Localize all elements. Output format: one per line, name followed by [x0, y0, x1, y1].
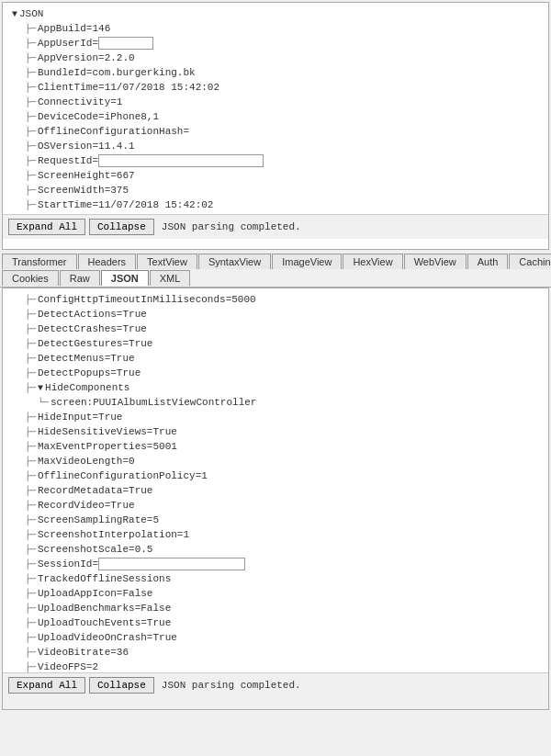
tree-connector: ├─	[25, 156, 36, 166]
tree-connector: ├─	[25, 24, 36, 34]
tree-connector: ├─	[25, 501, 36, 511]
list-item: ├─UploadTouchEvents=True	[8, 615, 543, 630]
tree-connector: ├─	[25, 324, 36, 334]
tree-key: ScreenHeight=667	[38, 170, 135, 181]
tree-key: HideComponents	[45, 382, 129, 393]
tab-json[interactable]: JSON	[101, 270, 149, 286]
list-item: ├─DetectGestures=True	[8, 336, 543, 351]
tab-auth[interactable]: Auth	[467, 254, 509, 269]
tree-connector: ├─	[25, 457, 36, 467]
tree-connector: ├─	[25, 339, 36, 349]
list-item: ├─UploadVideoOnCrash=True	[8, 630, 543, 645]
list-item: ├─AppVersion=2.2.0	[8, 51, 543, 65]
list-item: ├─RecordVideo=True	[8, 498, 543, 513]
tree-key: OfflineConfigurationPolicy=1	[38, 470, 208, 481]
list-item: └─screen:PUUIAlbumListViewController	[8, 395, 543, 410]
tab-imageview[interactable]: ImageView	[272, 254, 342, 269]
tree-connector: ├─	[25, 186, 36, 196]
tree-key: BundleId=com.burgerking.bk	[38, 67, 196, 78]
tab-cookies[interactable]: Cookies	[2, 270, 59, 286]
tree-key: UploadAppIcon=False	[38, 588, 152, 599]
tree-key: TrackedOfflineSessions	[38, 573, 171, 584]
list-item: ├─DeviceCode=iPhone8,1	[8, 109, 543, 124]
tree-connector: └─	[38, 398, 49, 408]
tree-key: ScreenSamplingRate=5	[38, 514, 159, 525]
top-collapse-button[interactable]: Collapse	[89, 219, 154, 235]
tab-webview[interactable]: WebView	[404, 254, 467, 269]
tree-connector: ├─	[25, 97, 36, 107]
top-tree-items: ├─AppBuild=146├─AppUserId=├─AppVersion=2…	[8, 21, 543, 214]
tree-connector: ├─	[25, 515, 36, 525]
tree-connector: ├─	[25, 412, 36, 423]
list-item: ├─HideInput=True	[8, 410, 543, 424]
tree-connector: ├─	[25, 559, 36, 570]
tree-connector: ├─	[25, 662, 36, 672]
inline-input-field[interactable]	[98, 154, 264, 167]
list-item: ├─ScreenSamplingRate=5	[8, 513, 543, 527]
inline-input-field[interactable]	[98, 558, 245, 570]
bottom-panel-toolbar: Expand All Collapse JSON parsing complet…	[3, 672, 548, 697]
tab-raw[interactable]: Raw	[60, 270, 100, 286]
list-item: ├─AppUserId=	[8, 36, 543, 51]
list-item: ├─DetectMenus=True	[8, 351, 543, 366]
tab-transformer[interactable]: Transformer	[2, 254, 77, 269]
tree-connector: ├─	[25, 618, 36, 628]
tab-syntaxview[interactable]: SyntaxView	[198, 254, 271, 269]
list-item: ├─UploadAppIcon=False	[8, 586, 543, 601]
top-expand-all-button[interactable]: Expand All	[8, 219, 85, 235]
tab-row-1: TransformerHeadersTextViewSyntaxViewImag…	[2, 254, 549, 269]
list-item: ├─DetectPopups=True	[8, 366, 543, 380]
root-label: JSON	[19, 8, 43, 19]
tree-key: RecordVideo=True	[38, 500, 135, 511]
tab-headers[interactable]: Headers	[78, 254, 137, 269]
list-item: ├─ScreenWidth=375	[8, 183, 543, 197]
tree-connector: ├─	[25, 310, 36, 320]
tree-key: UploadVideoOnCrash=True	[38, 632, 177, 643]
tree-key: DeviceCode=iPhone8,1	[38, 111, 159, 122]
tree-key: AppVersion=2.2.0	[38, 52, 135, 63]
list-item: ├─BundleId=com.burgerking.bk	[8, 65, 543, 80]
bottom-collapse-button[interactable]: Collapse	[89, 677, 154, 694]
tree-key: ScreenWidth=375	[38, 185, 129, 196]
tab-row-2: CookiesRawJSONXML	[2, 270, 549, 286]
top-panel-toolbar: Expand All Collapse JSON parsing complet…	[3, 214, 548, 239]
tree-connector: ├─	[25, 604, 36, 614]
list-item: ├─ScreenshotInterpolation=1	[8, 527, 543, 542]
tab-caching[interactable]: Caching	[509, 254, 551, 269]
list-item: ├─VideoFPS=2	[8, 660, 543, 672]
list-item: ├─AppBuild=146	[8, 21, 543, 36]
tree-key: screen:PUUIAlbumListViewController	[51, 397, 256, 408]
tree-connector: ├─	[25, 530, 36, 540]
tree-key: VideoFPS=2	[38, 661, 98, 672]
tree-key: SessionId=	[38, 559, 98, 570]
tab-xml[interactable]: XML	[150, 270, 191, 286]
root-expand-arrow[interactable]: ▼	[12, 9, 17, 19]
tree-key: StartTime=11/07/2018 15:42:02	[38, 199, 213, 210]
list-item: ├─MaxVideoLength=0	[8, 454, 543, 468]
list-item: ├─ScreenHeight=667	[8, 168, 543, 183]
tree-connector: ├─	[25, 589, 36, 599]
list-item: ├─RecordMetadata=True	[8, 483, 543, 498]
inline-input-field[interactable]	[98, 37, 153, 50]
tree-connector: ├─	[25, 171, 36, 181]
tab-textview[interactable]: TextView	[137, 254, 197, 269]
tree-connector: ├─	[25, 354, 36, 364]
bottom-expand-all-button[interactable]: Expand All	[8, 677, 85, 694]
tab-hexview[interactable]: HexView	[343, 254, 402, 269]
tree-connector: ├─	[25, 633, 36, 643]
tree-key: HideInput=True	[38, 412, 122, 423]
tree-connector: ├─	[25, 383, 36, 393]
top-panel: ▼ JSON ├─AppBuild=146├─AppUserId=├─AppVe…	[2, 2, 549, 250]
tree-key: UploadTouchEvents=True	[38, 617, 171, 628]
list-item: ├─MaxEventProperties=5001	[8, 439, 543, 454]
tree-key: OSVersion=11.4.1	[38, 141, 135, 152]
tree-connector: ├─	[25, 486, 36, 496]
top-status-text: JSON parsing completed.	[162, 221, 301, 232]
tree-connector: ├─	[25, 127, 36, 137]
expand-arrow[interactable]: ▼	[38, 383, 43, 393]
list-item: ├─VideoBitrate=36	[8, 645, 543, 660]
tree-connector: ├─	[25, 427, 36, 437]
tree-key: ScreenshotInterpolation=1	[38, 529, 189, 540]
bottom-tree-area[interactable]: ├─ConfigHttpTimeoutInMilliseconds=5000├─…	[3, 288, 548, 672]
tree-key: DetectCrashes=True	[38, 323, 147, 334]
